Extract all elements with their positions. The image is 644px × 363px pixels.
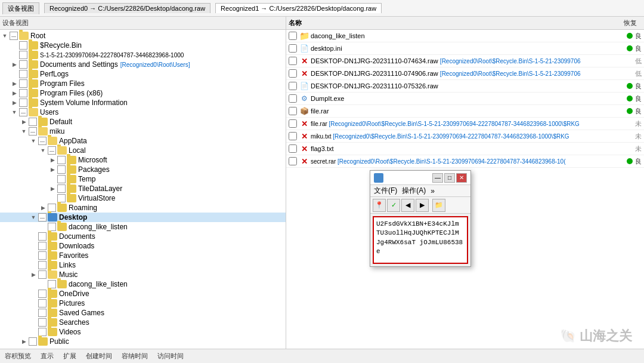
tree-item-progfiles86[interactable]: ▶ Program Files (x86)	[0, 88, 286, 98]
checkbox-documents[interactable]	[38, 232, 47, 241]
tree-item-savedgames[interactable]: Saved Games	[0, 308, 286, 318]
toggle-root[interactable]: ▼	[0, 33, 10, 39]
link-mikutxt[interactable]: [Recognized0\$Recycle.Bin\S-1-5-21-23099…	[333, 133, 569, 140]
link-filerar-deleted[interactable]: [Recognized0\Root\$Recycle.Bin\S-1-5-21-…	[329, 121, 580, 127]
checkbox-users[interactable]	[19, 108, 27, 116]
file-row-dumpit[interactable]: ⚙ DumpIt.exe 良	[286, 93, 644, 105]
tree-item-onedrive[interactable]: OneDrive	[0, 289, 286, 299]
toggle-appdata[interactable]: ▼	[29, 138, 38, 144]
tree-item-default[interactable]: ▶ Default	[0, 117, 286, 127]
checkbox-public[interactable]	[29, 337, 37, 346]
tree-item-perflogs[interactable]: PerfLogs	[0, 69, 286, 79]
checkbox-perflogs[interactable]	[19, 70, 27, 78]
tree-item-packages[interactable]: ▶ Packages	[0, 165, 286, 174]
checkbox-dacong-listen[interactable]	[48, 223, 56, 231]
tree-item-temp[interactable]: Temp	[0, 174, 286, 184]
checkbox-roaming[interactable]	[48, 204, 56, 212]
checkbox-temp[interactable]	[57, 175, 66, 183]
file-checkbox-desktop326[interactable]	[289, 82, 297, 90]
tree-item-miku[interactable]: ▼ miku	[0, 127, 286, 136]
file-checkbox-filerar-deleted[interactable]	[289, 119, 297, 128]
file-checkbox-desktopini[interactable]	[289, 44, 297, 53]
checkbox-searches[interactable]	[38, 318, 47, 327]
file-checkbox-dacong[interactable]	[289, 32, 297, 40]
menu-more[interactable]: »	[431, 187, 435, 195]
tree-item-public[interactable]: ▶ Public	[0, 337, 286, 346]
dialog-minimize-button[interactable]: —	[432, 173, 443, 183]
toggle-desktop[interactable]: ▼	[29, 214, 38, 220]
checkbox-recycle[interactable]	[19, 41, 27, 50]
checkbox-savedgames[interactable]	[38, 309, 47, 317]
tree-item-favorites[interactable]: Favorites	[0, 251, 286, 260]
checkbox-local[interactable]	[48, 146, 56, 155]
tree-item-microsoft[interactable]: ▶ Microsoft	[0, 155, 286, 165]
file-checkbox-desktop906[interactable]	[289, 69, 297, 78]
file-row-desktopini[interactable]: 📄 desktop.ini 良	[286, 42, 644, 55]
file-row-dacong[interactable]: 📁 dacong_like_listen 良	[286, 30, 644, 42]
link-desktop906[interactable]: [Recognized0\Root\$Recycle.Bin\S-1-5-21-…	[440, 70, 581, 77]
checkbox-favorites[interactable]	[38, 251, 47, 260]
toggle-sysvolinfo[interactable]: ▶	[10, 100, 19, 106]
tree-item-appdata[interactable]: ▼ AppData	[0, 136, 286, 146]
tab-device-view[interactable]: 设备视图	[2, 2, 39, 14]
checkbox-sysvolinfo[interactable]	[19, 99, 27, 107]
tree-item-documents-settings[interactable]: ▶ Documents and Settings [Recognized0\Ro…	[0, 60, 286, 69]
checkbox-downloads[interactable]	[38, 242, 47, 250]
tree-item-documents[interactable]: Documents	[0, 232, 286, 241]
toolbar-check-button[interactable]: ✓	[387, 199, 400, 212]
file-row-desktop634[interactable]: ✕ DESKTOP-DN1JRG-20231110-074634.raw [Re…	[286, 55, 644, 67]
tree-item-sid[interactable]: S-1-5-21-2309970694-2227804787-344682396…	[0, 50, 286, 60]
tab-recognized1[interactable]: Recognized1 → C:/Users/22826/Desktop/dac…	[215, 3, 382, 13]
toggle-microsoft[interactable]: ▶	[48, 157, 57, 163]
tree-item-users[interactable]: ▼ Users	[0, 107, 286, 117]
toggle-progfiles86[interactable]: ▶	[10, 90, 19, 96]
checkbox-tiledatalayer[interactable]	[57, 184, 66, 193]
checkbox-microsoft[interactable]	[57, 156, 66, 164]
tree-item-tiledatalayer[interactable]: ▶ TileDataLayer	[0, 184, 286, 193]
tree-item-roaming[interactable]: ▶ Roaming	[0, 203, 286, 213]
checkbox-pictures[interactable]	[38, 299, 47, 307]
file-checkbox-flag3[interactable]	[289, 144, 297, 153]
checkbox-dacong-music[interactable]	[48, 280, 56, 288]
checkbox-music[interactable]	[38, 270, 47, 279]
file-checkbox-dumpit[interactable]	[289, 94, 297, 103]
toolbar-pin-button[interactable]: 📍	[373, 199, 386, 212]
link-desktop634[interactable]: [Recognized0\Root\$Recycle.Bin\S-1-5-21-…	[440, 58, 581, 64]
tree-item-links[interactable]: Links	[0, 260, 286, 270]
toggle-doc-settings[interactable]: ▶	[10, 61, 19, 67]
toggle-local[interactable]: ▼	[38, 147, 48, 153]
toolbar-back-button[interactable]: ◀	[401, 199, 414, 212]
tree-item-progfiles[interactable]: ▶ Program Files	[0, 79, 286, 88]
toggle-roaming[interactable]: ▶	[38, 205, 48, 211]
checkbox-default[interactable]	[29, 118, 37, 126]
file-row-filerar[interactable]: 📦 file.rar 良	[286, 105, 644, 118]
tree-item-downloads[interactable]: Downloads	[0, 241, 286, 251]
file-row-desktop906[interactable]: ✕ DESKTOP-DN1JRG-20231110-074906.raw [Re…	[286, 67, 644, 80]
file-row-desktop326[interactable]: 📄 DESKTOP-DN1JRG-20231110-075326.raw 良	[286, 80, 644, 93]
checkbox-progfiles86[interactable]	[19, 89, 27, 97]
link-secretrar[interactable]: [Recognized0\Root\$Recycle.Bin\S-1-5-21-…	[338, 158, 566, 165]
tree-item-videos[interactable]: Videos	[0, 327, 286, 337]
file-checkbox-secretrar[interactable]	[289, 157, 297, 165]
tree-item-recycle[interactable]: $Recycle.Bin	[0, 41, 286, 50]
checkbox-sid[interactable]	[19, 51, 27, 59]
file-row-flag3[interactable]: ✕ flag3.txt 未	[286, 143, 644, 155]
tree-item-local[interactable]: ▼ Local	[0, 146, 286, 155]
tab-recognized0[interactable]: Recognized0 → C:/Users/22826/Desktop/dac…	[44, 3, 210, 13]
file-checkbox-mikutxt[interactable]	[289, 132, 297, 140]
checkbox-desktop[interactable]	[38, 213, 47, 222]
toggle-users[interactable]: ▼	[10, 109, 19, 115]
tree-item-music[interactable]: ▶ Music	[0, 270, 286, 279]
toggle-packages[interactable]: ▶	[48, 167, 57, 173]
checkbox-doc-settings[interactable]	[19, 60, 27, 69]
tree-item-dacong-listen[interactable]: dacong_like_listen	[0, 222, 286, 232]
tree-item-searches[interactable]: Searches	[0, 318, 286, 327]
checkbox-videos[interactable]	[38, 328, 47, 336]
toolbar-folder-button[interactable]: 📁	[432, 199, 445, 212]
file-checkbox-filerar[interactable]	[289, 107, 297, 115]
tree-item-pictures[interactable]: Pictures	[0, 299, 286, 308]
file-row-mikutxt[interactable]: ✕ miku.txt [Recognized0\$Recycle.Bin\S-1…	[286, 130, 644, 143]
file-checkbox-desktop634[interactable]	[289, 57, 297, 65]
checkbox-packages[interactable]	[57, 165, 66, 174]
file-row-secretrar[interactable]: ✕ secret.rar [Recognized0\Root\$Recycle.…	[286, 155, 644, 168]
